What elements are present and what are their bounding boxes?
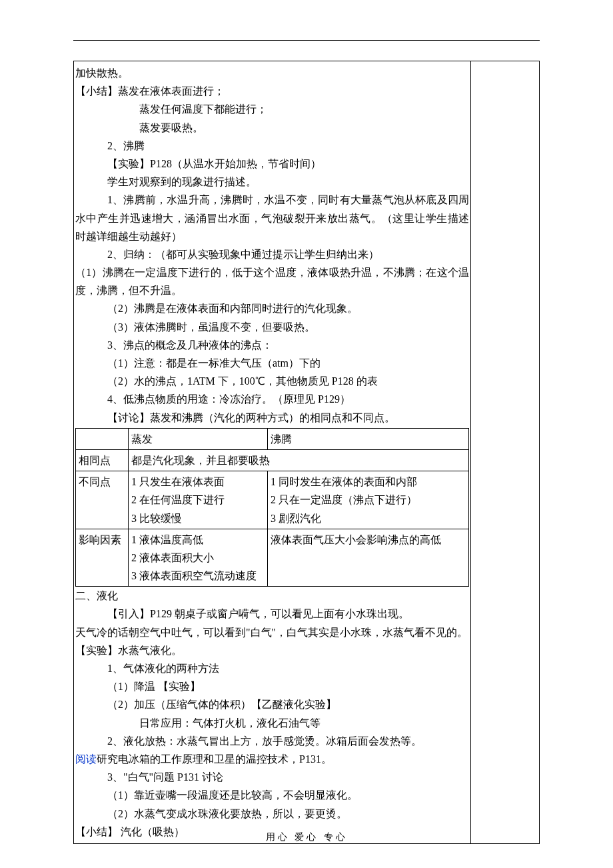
text-line: （2）加压（压缩气体的体积）【乙醚液化实验】 <box>75 695 469 713</box>
comparison-table: 蒸发 沸腾 相同点 都是汽化现象，并且都要吸热 不同点 1 只发生在液体表面 2… <box>75 428 469 587</box>
table-cell-line: 1 同时发生在液体的表面和内部 <box>271 473 466 491</box>
text-line: （2）沸腾是在液体表面和内部同时进行的汽化现象。 <box>75 299 469 317</box>
reading-line: 阅读研究电冰箱的工作原理和卫星的温控技术，P131。 <box>75 750 469 768</box>
table-cell-line: 2 只在一定温度（沸点下进行） <box>271 491 466 509</box>
summary-heading: 【小结】蒸发在液体表面进行； <box>75 82 469 100</box>
row-diff-boil: 1 同时发生在液体的表面和内部 2 只在一定温度（沸点下进行） 3 剧烈汽化 <box>268 471 469 529</box>
discussion-heading: 【讨论】蒸发和沸腾（汽化的两种方式）的相同点和不同点。 <box>75 409 469 427</box>
row-label-similar: 相同点 <box>76 449 129 471</box>
table-cell-line: 1 液体温度高低 <box>131 531 265 549</box>
table-row: 相同点 都是汽化现象，并且都要吸热 <box>76 449 469 471</box>
experiment-heading: 【实验】水蒸气液化。 <box>75 641 469 659</box>
row-label-factors: 影响因素 <box>76 529 129 587</box>
row-factors-boil: 液体表面气压大小会影响沸点的高低 <box>268 529 469 587</box>
text-line: 蒸发要吸热。 <box>75 119 469 137</box>
text-line: （1）降温 【实验】 <box>75 677 469 695</box>
table-cell-line: 3 剧烈汽化 <box>271 509 466 527</box>
experiment-note: 【实验】P128（从温水开始加热，节省时间） <box>75 155 469 173</box>
table-header-boiling: 沸腾 <box>268 428 469 449</box>
reading-link[interactable]: 阅读 <box>75 753 97 765</box>
table-row: 影响因素 1 液体温度高低 2 液体表面积大小 3 液体表面积空气流动速度 液体… <box>76 529 469 587</box>
page-footer: 用心 爱心 专心 <box>0 829 613 845</box>
row-similar-value: 都是汽化现象，并且都要吸热 <box>129 449 469 471</box>
text-line: 4、低沸点物质的用途：冷冻治疗。（原理见 P129） <box>75 390 469 408</box>
text-paragraph: 1、沸腾前，水温升高，沸腾时，水温不变，同时有大量蒸气泡从杯底及四周水中产生并迅… <box>75 191 469 245</box>
text-line: （1）注意：都是在一标准大气压（atm）下的 <box>75 354 469 372</box>
table-row: 不同点 1 只发生在液体表面 2 在任何温度下进行 3 比较缓慢 1 同时发生在… <box>76 471 469 529</box>
text-paragraph: 天气冷的话朝空气中吐气，可以看到"白气"，白气其实是小水珠，水蒸气看不见的。 <box>75 623 469 641</box>
text-line: 学生对观察到的现象进行描述。 <box>75 173 469 191</box>
row-diff-evap: 1 只发生在液体表面 2 在任何温度下进行 3 比较缓慢 <box>129 471 268 529</box>
table-header-blank <box>76 428 129 449</box>
page-container: 加快散热。 【小结】蒸发在液体表面进行； 蒸发任何温度下都能进行； 蒸发要吸热。… <box>0 0 613 868</box>
text-line: （2）水的沸点，1ATM 下，100℃，其他物质见 P128 的表 <box>75 372 469 390</box>
text-line: （1）靠近壶嘴一段温度还是比较高，不会明显液化。 <box>75 786 469 804</box>
table-cell-line: 3 液体表面积空气流动速度 <box>131 567 265 585</box>
text-line: （2）水蒸气变成水珠液化要放热，所以，要更烫。 <box>75 805 469 823</box>
text-line: 2、归纳：（都可从实验现象中通过提示让学生归纳出来） <box>75 245 469 263</box>
table-row: 蒸发 沸腾 <box>76 428 469 449</box>
text-line: 1、气体液化的两种方法 <box>75 659 469 677</box>
text-line: （3）液体沸腾时，虽温度不变，但要吸热。 <box>75 318 469 336</box>
section-liquefaction: 二、液化 <box>75 587 469 605</box>
table-cell-line: 1 只发生在液体表面 <box>131 473 265 491</box>
top-rule <box>73 40 540 41</box>
table-cell-line: 2 在任何温度下进行 <box>131 491 265 509</box>
section-boiling: 2、沸腾 <box>75 137 469 155</box>
text-line: 日常应用：气体打火机，液化石油气等 <box>75 714 469 732</box>
reading-text: 研究电冰箱的工作原理和卫星的温控技术，P131。 <box>97 753 332 765</box>
text-line: 蒸发任何温度下都能进行； <box>75 100 469 118</box>
table-cell-line: 2 液体表面积大小 <box>131 549 265 567</box>
intro-note: 【引入】P129 朝桌子或窗户嗬气，可以看见上面有小水珠出现。 <box>75 605 469 623</box>
text-line: 3、"白气"问题 P131 讨论 <box>75 768 469 786</box>
row-factors-evap: 1 液体温度高低 2 液体表面积大小 3 液体表面积空气流动速度 <box>129 529 268 587</box>
table-cell-line: 3 比较缓慢 <box>131 509 265 527</box>
main-content-cell: 加快散热。 【小结】蒸发在液体表面进行； 蒸发任何温度下都能进行； 蒸发要吸热。… <box>74 61 471 844</box>
text-paragraph: （1）沸腾在一定温度下进行的，低于这个温度，液体吸热升温，不沸腾；在这个温度，沸… <box>75 263 469 299</box>
text-line: 2、液化放热：水蒸气冒出上方，放手感觉烫。冰箱后面会发热等。 <box>75 732 469 750</box>
row-label-diff: 不同点 <box>76 471 129 529</box>
text-line: 3、沸点的概念及几种液体的沸点： <box>75 336 469 354</box>
text-line: 加快散热。 <box>75 64 469 82</box>
table-header-evaporation: 蒸发 <box>129 428 268 449</box>
side-note-cell <box>471 61 540 844</box>
outer-layout-table: 加快散热。 【小结】蒸发在液体表面进行； 蒸发任何温度下都能进行； 蒸发要吸热。… <box>73 61 540 844</box>
